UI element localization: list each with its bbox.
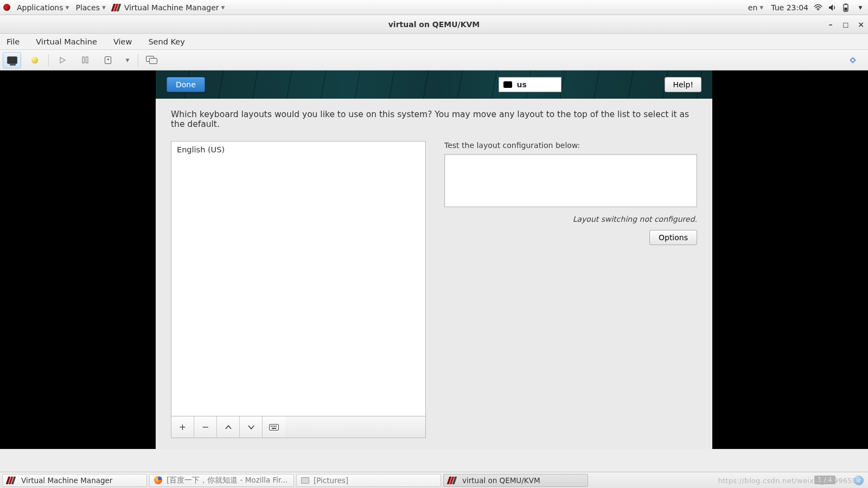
shutdown-menu-button[interactable]: ▼ xyxy=(122,52,133,68)
taskbar-item-virtual[interactable]: virtual on QEMU/KVM xyxy=(443,474,588,487)
monitor-icon xyxy=(7,56,17,64)
shutdown-button[interactable] xyxy=(99,52,117,68)
svg-rect-4 xyxy=(82,57,85,63)
task-label: Virtual Machine Manager xyxy=(21,476,112,485)
gnome-taskbar: Virtual Machine Manager [百度一下，你就知道 - Moz… xyxy=(0,472,868,488)
gnome-top-panel: Applications▼ Places▼ Virtual Machine Ma… xyxy=(0,0,868,15)
window-title: virtual on QEMU/KVM xyxy=(388,20,480,29)
move-up-button[interactable] xyxy=(217,416,240,438)
applications-menu[interactable]: Applications▼ xyxy=(15,2,71,13)
svg-point-0 xyxy=(818,9,819,10)
guest-display-area: Done us Help! Which keyboard layouts wou… xyxy=(0,70,868,449)
distro-icon xyxy=(3,4,10,11)
svg-rect-3 xyxy=(845,8,847,11)
menu-virtual-machine[interactable]: Virtual Machine xyxy=(33,36,100,48)
minimize-button[interactable]: – xyxy=(827,20,834,29)
applications-label: Applications xyxy=(17,3,63,12)
battery-icon[interactable] xyxy=(842,3,851,12)
wifi-icon[interactable] xyxy=(814,4,822,11)
svg-rect-5 xyxy=(86,57,88,63)
details-view-button[interactable] xyxy=(25,52,44,68)
menu-file[interactable]: File xyxy=(3,36,23,48)
anaconda-installer: Done us Help! Which keyboard layouts wou… xyxy=(156,70,712,449)
keyboard-indicator[interactable]: us xyxy=(499,77,561,92)
help-button[interactable]: Help! xyxy=(665,77,701,92)
remove-layout-button[interactable]: − xyxy=(194,416,217,438)
maximize-button[interactable]: ◻ xyxy=(842,20,850,29)
preview-layout-button[interactable] xyxy=(263,416,285,438)
snapshots-button[interactable] xyxy=(143,52,161,68)
keyboard-prompt: Which keyboard layouts would you like to… xyxy=(171,110,697,129)
keyboard-indicator-label: us xyxy=(516,80,526,89)
clock-label: Tue 23:04 xyxy=(771,3,808,12)
task-label: [百度一下，你就知道 - Mozilla Fir... xyxy=(167,476,288,485)
vmm-icon xyxy=(112,4,122,11)
chevron-down-icon: ▼ xyxy=(66,5,69,10)
phone-icon xyxy=(105,56,111,64)
vmm-icon xyxy=(7,477,17,484)
taskbar-item-vmm[interactable]: Virtual Machine Manager xyxy=(2,474,147,487)
lightbulb-icon xyxy=(31,57,38,63)
done-button[interactable]: Done xyxy=(167,77,205,92)
keyboard-icon xyxy=(269,424,279,431)
volume-icon[interactable] xyxy=(828,4,837,11)
task-label: [Pictures] xyxy=(314,476,348,485)
plus-icon: + xyxy=(179,422,186,432)
console-view-button[interactable] xyxy=(3,52,21,68)
vmm-app-label: Virtual Machine Manager xyxy=(124,3,219,12)
keyboard-layout-list[interactable]: English (US) xyxy=(171,141,426,416)
firefox-icon xyxy=(154,476,162,484)
anaconda-header: Done us Help! xyxy=(156,70,712,99)
folder-icon xyxy=(301,477,309,484)
add-layout-button[interactable]: + xyxy=(171,416,194,438)
options-button[interactable]: Options xyxy=(649,230,697,245)
chevron-down-icon: ▼ xyxy=(102,5,106,10)
taskbar-item-firefox[interactable]: [百度一下，你就知道 - Mozilla Fir... xyxy=(149,474,294,487)
lang-label: en xyxy=(748,3,758,12)
vmm-app-menu[interactable]: Virtual Machine Manager▼ xyxy=(110,2,227,13)
chevron-down-icon: ▼ xyxy=(221,5,225,10)
run-button[interactable] xyxy=(53,52,72,68)
test-layout-label: Test the layout configuration below: xyxy=(444,141,697,150)
chevron-down-icon: ▼ xyxy=(760,5,763,10)
places-menu[interactable]: Places▼ xyxy=(73,2,107,13)
svg-rect-2 xyxy=(845,3,847,4)
vmm-menubar: File Virtual Machine View Send Key xyxy=(0,34,868,50)
chevron-down-icon xyxy=(247,425,255,430)
vmm-toolbar: ▼ xyxy=(0,50,868,70)
dual-monitor-icon xyxy=(146,56,158,65)
menu-send-key[interactable]: Send Key xyxy=(145,36,188,48)
layout-toolbar: + − xyxy=(171,416,426,438)
system-menu-chevron-icon[interactable]: ▼ xyxy=(856,5,865,10)
window-titlebar[interactable]: virtual on QEMU/KVM – ◻ × xyxy=(0,15,868,34)
task-label: virtual on QEMU/KVM xyxy=(462,476,540,485)
test-layout-input[interactable] xyxy=(444,154,697,207)
switching-note: Layout switching not configured. xyxy=(444,215,697,223)
toolbar-separator xyxy=(48,54,49,66)
pause-icon xyxy=(82,56,88,63)
input-lang-indicator[interactable]: en▼ xyxy=(746,2,765,13)
anaconda-body: Which keyboard layouts would you like to… xyxy=(156,99,712,449)
chevron-down-icon: ▼ xyxy=(126,57,130,63)
minus-icon: − xyxy=(202,422,209,432)
pause-button[interactable] xyxy=(76,52,94,68)
layout-item[interactable]: English (US) xyxy=(177,145,420,154)
vmm-icon xyxy=(448,477,458,484)
places-label: Places xyxy=(75,3,100,12)
page-indicator: 1 / 4 xyxy=(814,476,835,484)
chevron-up-icon xyxy=(225,425,232,430)
accessibility-icon[interactable]: ✶ xyxy=(854,476,864,485)
taskbar-item-pictures[interactable]: [Pictures] xyxy=(296,474,441,487)
toolbar-separator xyxy=(138,54,138,66)
move-arrows-icon xyxy=(848,55,858,65)
fullscreen-button[interactable] xyxy=(844,52,862,68)
close-button[interactable]: × xyxy=(857,20,865,29)
menu-view[interactable]: View xyxy=(110,36,135,48)
move-down-button[interactable] xyxy=(240,416,263,438)
play-icon xyxy=(59,56,66,64)
